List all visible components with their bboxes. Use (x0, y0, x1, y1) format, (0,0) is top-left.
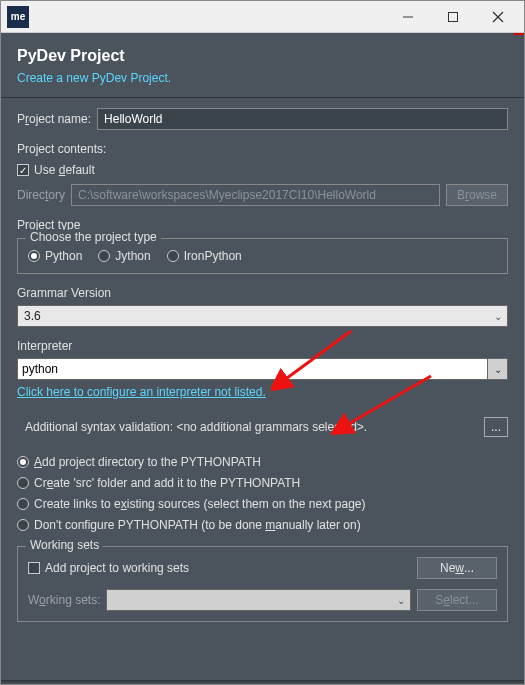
interpreter-input[interactable] (17, 358, 488, 380)
chevron-down-icon: ⌄ (392, 595, 410, 606)
radio-label: Add project directory to the PYTHONPATH (34, 455, 261, 469)
chevron-down-icon[interactable]: ⌄ (488, 358, 508, 380)
radio-icon (167, 250, 179, 262)
dialog-header: PyDev Project Create a new PyDev Project… (1, 35, 524, 95)
checkbox-icon (28, 562, 40, 574)
titlebar: me (1, 1, 524, 33)
radio-label: Don't configure PYTHONPATH (to be done m… (34, 518, 361, 532)
grammar-label: Grammar Version (17, 286, 508, 300)
project-name-input[interactable] (97, 108, 508, 130)
working-sets-select: ⌄ (106, 589, 411, 611)
radio-icon (17, 477, 29, 489)
dialog-subtitle: Create a new PyDev Project. (17, 71, 508, 85)
radio-dont-configure[interactable]: Don't configure PYTHONPATH (to be done m… (17, 518, 508, 532)
interpreter-combo[interactable]: ⌄ (17, 358, 508, 380)
configure-interpreter-link[interactable]: Click here to configure an interpreter n… (17, 385, 508, 399)
grammar-section: Grammar Version 3.6 ⌄ (17, 286, 508, 327)
close-button[interactable] (475, 2, 520, 32)
radio-label: Create links to existing sources (select… (34, 497, 366, 511)
radio-label: Create 'src' folder and add it to the PY… (34, 476, 300, 490)
radio-label: Python (45, 249, 82, 263)
divider (1, 97, 524, 98)
radio-jython[interactable]: Jython (98, 249, 150, 263)
project-type-section: Project type Choose the project type Pyt… (17, 218, 508, 274)
checkbox-icon: ✓ (17, 164, 29, 176)
additional-validation-label: Additional syntax validation: <no additi… (25, 420, 474, 434)
dialog-content: Project name: Project contents: ✓ Use de… (1, 108, 524, 680)
use-default-checkbox[interactable]: ✓ Use default (17, 163, 508, 177)
project-type-legend: Choose the project type (26, 230, 161, 244)
radio-add-directory[interactable]: Add project directory to the PYTHONPATH (17, 455, 508, 469)
minimize-button[interactable] (385, 2, 430, 32)
radio-icon (28, 250, 40, 262)
bottom-shadow (1, 680, 524, 684)
dialog-title: PyDev Project (17, 47, 508, 65)
project-name-label: Project name: (17, 112, 91, 126)
radio-icon (98, 250, 110, 262)
chevron-down-icon: ⌄ (489, 311, 507, 322)
directory-row: Directory C:\software\workspaces\Myeclip… (17, 184, 508, 206)
project-type-fieldset: Choose the project type Python Jython Ir… (17, 238, 508, 274)
project-contents-section: Project contents: ✓ Use default Director… (17, 142, 508, 206)
project-name-row: Project name: (17, 108, 508, 130)
radio-icon (17, 519, 29, 531)
directory-input: C:\software\workspaces\Myeclipse2017CI10… (71, 184, 440, 206)
dialog-window: me PyDev Project Create a new PyDev Proj… (0, 0, 525, 685)
radio-label: IronPython (184, 249, 242, 263)
radio-create-links[interactable]: Create links to existing sources (select… (17, 497, 508, 511)
directory-label: Directory (17, 188, 65, 202)
add-to-working-sets-row: Add project to working sets New... (28, 557, 497, 579)
radio-ironpython[interactable]: IronPython (167, 249, 242, 263)
interpreter-section: Interpreter ⌄ Click here to configure an… (17, 339, 508, 399)
app-icon: me (7, 6, 29, 28)
browse-button: Browse (446, 184, 508, 206)
add-to-working-sets-label: Add project to working sets (45, 561, 189, 575)
additional-validation-button[interactable]: ... (484, 417, 508, 437)
radio-create-src[interactable]: Create 'src' folder and add it to the PY… (17, 476, 508, 490)
working-sets-fieldset: Working sets Add project to working sets… (17, 546, 508, 622)
grammar-select[interactable]: 3.6 ⌄ (17, 305, 508, 327)
add-to-working-sets-checkbox[interactable]: Add project to working sets (28, 561, 411, 575)
working-sets-select-row: Working sets: ⌄ Select... (28, 589, 497, 611)
interpreter-label: Interpreter (17, 339, 508, 353)
radio-label: Jython (115, 249, 150, 263)
radio-icon (17, 456, 29, 468)
project-type-radios: Python Jython IronPython (28, 249, 497, 263)
pythonpath-radios: Add project directory to the PYTHONPATH … (17, 455, 508, 532)
additional-validation-row: Additional syntax validation: <no additi… (17, 417, 508, 437)
working-sets-label: Working sets: (28, 593, 100, 607)
svg-rect-1 (448, 12, 457, 21)
new-working-set-button[interactable]: New... (417, 557, 497, 579)
working-sets-legend: Working sets (26, 538, 103, 552)
select-working-set-button: Select... (417, 589, 497, 611)
maximize-button[interactable] (430, 2, 475, 32)
radio-python[interactable]: Python (28, 249, 82, 263)
radio-icon (17, 498, 29, 510)
project-contents-heading: Project contents: (17, 142, 508, 156)
use-default-label: Use default (34, 163, 95, 177)
grammar-value: 3.6 (18, 309, 489, 323)
